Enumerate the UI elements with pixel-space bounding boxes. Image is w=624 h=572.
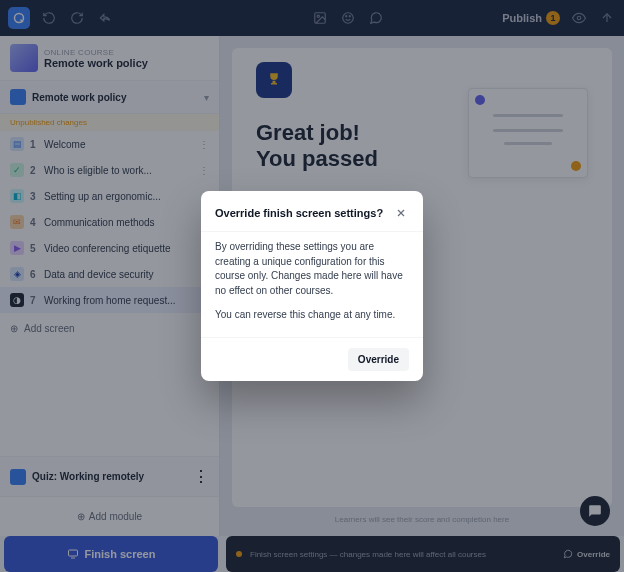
- override-button[interactable]: Override: [348, 348, 409, 371]
- modal-paragraph-1: By overriding these settings you are cre…: [215, 240, 409, 298]
- override-modal: Override finish screen settings? By over…: [201, 191, 423, 381]
- close-icon[interactable]: [393, 205, 409, 221]
- modal-paragraph-2: You can reverse this change at any time.: [215, 308, 409, 323]
- modal-overlay[interactable]: Override finish screen settings? By over…: [0, 0, 624, 572]
- modal-title: Override finish screen settings?: [215, 207, 383, 219]
